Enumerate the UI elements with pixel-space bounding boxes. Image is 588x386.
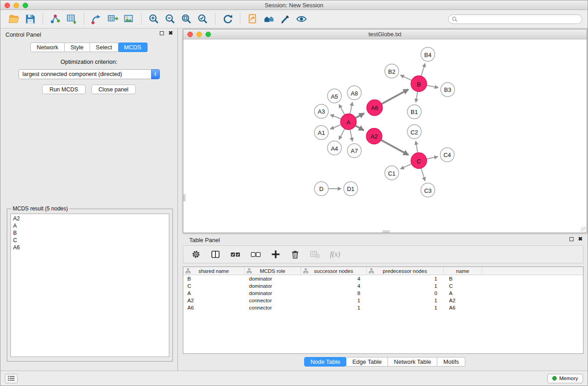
- mcds-result-item[interactable]: C: [13, 237, 167, 244]
- save-session-button[interactable]: [22, 11, 38, 27]
- network-edge-C-C1[interactable]: [401, 164, 411, 169]
- column-header-successor-nodes[interactable]: successor nodes: [301, 267, 367, 275]
- network-node-C1[interactable]: C1: [385, 166, 399, 180]
- import-table-button[interactable]: [63, 11, 80, 27]
- close-table-panel-icon[interactable]: ✖: [578, 237, 583, 241]
- network-canvas-svg[interactable]: B4B2BB3A5A8A6A3B1AC2A1A2A4A7C4CC1C3DD1: [183, 39, 587, 233]
- network-edge-A-A4[interactable]: [339, 129, 345, 139]
- close-panel-button[interactable]: Close panel: [91, 85, 136, 94]
- column-header-predecessor-nodes[interactable]: predecessor nodes: [367, 267, 444, 275]
- canvas-vertical-scrollbar[interactable]: [183, 194, 186, 201]
- refresh-button[interactable]: [220, 11, 236, 27]
- tab-select[interactable]: Select: [90, 43, 119, 52]
- network-close-button[interactable]: [187, 32, 193, 37]
- minimize-window-button[interactable]: [14, 3, 19, 8]
- network-edge-A-A7[interactable]: [350, 129, 352, 141]
- add-row-button[interactable]: [271, 249, 281, 259]
- network-node-A2[interactable]: A2: [366, 129, 382, 144]
- network-node-A6[interactable]: A6: [367, 100, 382, 116]
- export-table-button[interactable]: [105, 11, 121, 27]
- optimization-criterion-dropdown[interactable]: largest connected component (directed) ▲…: [19, 69, 160, 79]
- close-panel-icon[interactable]: ✖: [168, 31, 173, 35]
- network-edge-A-A3[interactable]: [330, 115, 341, 119]
- network-edge-A6-B[interactable]: [382, 90, 408, 104]
- network-edge-C-C2[interactable]: [416, 141, 418, 153]
- import-network-button[interactable]: [47, 11, 63, 27]
- network-zoom-button[interactable]: [206, 32, 211, 37]
- network-edge-B-B1[interactable]: [416, 91, 418, 102]
- function-builder-button[interactable]: f(x): [330, 250, 340, 258]
- network-edge-A-A1[interactable]: [330, 125, 341, 129]
- zoom-in-button[interactable]: [146, 11, 162, 27]
- mcds-result-item[interactable]: A2: [13, 215, 167, 222]
- network-node-A1[interactable]: A1: [315, 126, 329, 140]
- table-row[interactable]: A6connector11A6: [183, 304, 583, 311]
- resize-grip[interactable]: [581, 227, 587, 233]
- search-input[interactable]: [459, 16, 578, 22]
- network-edge-C-C4[interactable]: [426, 157, 438, 159]
- network-node-C4[interactable]: C4: [440, 148, 454, 162]
- float-panel-icon[interactable]: [160, 31, 164, 35]
- tab-motifs[interactable]: Motifs: [437, 357, 465, 367]
- network-edge-A-A8[interactable]: [350, 102, 352, 114]
- network-minimize-button[interactable]: [196, 32, 202, 37]
- network-node-A7[interactable]: A7: [347, 144, 361, 158]
- tab-network-table[interactable]: Network Table: [388, 357, 437, 367]
- close-window-button[interactable]: [5, 3, 10, 8]
- run-mcds-button[interactable]: Run MCDS: [42, 85, 85, 94]
- zoom-out-button[interactable]: [162, 11, 178, 27]
- network-node-B4[interactable]: B4: [421, 48, 435, 62]
- column-header-shared-name[interactable]: shared name: [183, 267, 244, 275]
- network-overview-button[interactable]: [261, 11, 277, 27]
- mcds-result-item[interactable]: A: [13, 222, 167, 229]
- open-session-file-button[interactable]: [244, 11, 261, 27]
- network-node-D[interactable]: D: [315, 182, 329, 196]
- toggle-details-button[interactable]: [293, 11, 310, 27]
- select-all-button[interactable]: [230, 249, 241, 259]
- mcds-result-list[interactable]: A2ABCA6: [10, 214, 169, 357]
- show-column-button[interactable]: [210, 249, 220, 259]
- network-edge-B-B4[interactable]: [421, 64, 425, 76]
- zoom-selected-button[interactable]: [195, 11, 211, 27]
- column-header-mcds-role[interactable]: MCDS role: [244, 267, 301, 275]
- export-image-button[interactable]: [121, 11, 137, 27]
- network-edge-A2-C[interactable]: [381, 140, 408, 155]
- network-edge-A-A6[interactable]: [355, 114, 364, 118]
- network-canvas[interactable]: B4B2BB3A5A8A6A3B1AC2A1A2A4A7C4CC1C3DD1: [183, 39, 587, 233]
- network-node-A[interactable]: A: [340, 114, 356, 130]
- zoom-window-button[interactable]: [23, 3, 28, 8]
- network-node-A3[interactable]: A3: [315, 105, 329, 119]
- tab-edge-table[interactable]: Edge Table: [346, 357, 388, 367]
- annotation-pen-button[interactable]: [277, 11, 293, 27]
- network-node-A8[interactable]: A8: [347, 86, 361, 100]
- network-node-B2[interactable]: B2: [385, 64, 399, 78]
- network-edge-A-A2[interactable]: [355, 126, 364, 130]
- network-edge-C-C3[interactable]: [421, 168, 425, 181]
- network-node-B3[interactable]: B3: [441, 83, 455, 97]
- mcds-result-item[interactable]: B: [13, 229, 167, 237]
- table-row[interactable]: Cdominator41C: [183, 282, 583, 290]
- network-node-B[interactable]: B: [411, 76, 427, 92]
- table-settings-button[interactable]: [191, 249, 201, 259]
- tab-node-table[interactable]: Node Table: [304, 357, 347, 367]
- table-row[interactable]: Bdominator41B: [183, 275, 583, 282]
- mcds-result-item[interactable]: A6: [13, 244, 167, 251]
- open-session-button[interactable]: [6, 11, 22, 27]
- canvas-horizontal-scrollbar[interactable]: [382, 230, 390, 233]
- tab-mcds[interactable]: MCDS: [118, 43, 148, 52]
- delete-table-button[interactable]: [310, 249, 320, 259]
- table-row[interactable]: Adominator80A: [183, 290, 583, 297]
- global-search[interactable]: [448, 14, 582, 24]
- network-node-B1[interactable]: B1: [407, 105, 421, 119]
- table-row[interactable]: A2connector11A2: [183, 297, 583, 304]
- network-node-C2[interactable]: C2: [407, 125, 421, 139]
- network-node-C3[interactable]: C3: [421, 183, 435, 197]
- export-network-button[interactable]: [88, 11, 105, 27]
- zoom-fit-button[interactable]: [178, 11, 195, 27]
- float-table-panel-icon[interactable]: [569, 237, 574, 241]
- network-edge-B-B2[interactable]: [401, 75, 412, 81]
- network-node-A4[interactable]: A4: [327, 141, 341, 155]
- deselect-all-button[interactable]: [250, 249, 261, 259]
- memory-button[interactable]: Memory: [547, 374, 583, 383]
- network-node-A5[interactable]: A5: [327, 89, 341, 103]
